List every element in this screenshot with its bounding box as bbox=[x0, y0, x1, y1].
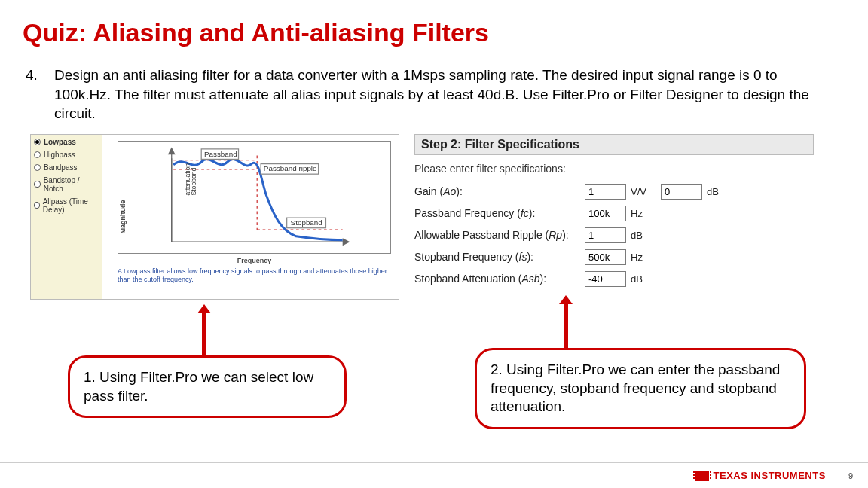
spec-prompt: Please enter filter specifications: bbox=[414, 163, 814, 175]
unit-label: dB bbox=[631, 273, 656, 285]
filter-option-highpass[interactable]: Highpass bbox=[34, 151, 99, 159]
svg-marker-3 bbox=[343, 238, 350, 246]
page-number: 9 bbox=[848, 471, 853, 480]
radio-icon bbox=[34, 164, 41, 171]
chart-xlabel: Frequency bbox=[118, 257, 391, 264]
arrow-icon bbox=[202, 312, 206, 355]
page-title: Quiz: Aliasing and Anti-aliasing Filters bbox=[0, 0, 868, 55]
filterpro-note: A Lowpass filter allows low frequency si… bbox=[118, 264, 391, 284]
filterpro-screenshot: Lowpass Highpass Bandpass Bandstop / Not… bbox=[30, 134, 399, 300]
stopband-label: Stopband bbox=[291, 218, 322, 227]
passband-label: Passband bbox=[204, 150, 237, 158]
filter-option-allpass[interactable]: Allpass (Time Delay) bbox=[34, 197, 99, 214]
unit-label: dB bbox=[707, 186, 732, 197]
filter-option-bandpass[interactable]: Bandpass bbox=[34, 163, 99, 172]
stopband-atten-input[interactable] bbox=[585, 271, 626, 287]
filter-option-lowpass[interactable]: Lowpass bbox=[34, 138, 99, 146]
radio-icon bbox=[34, 139, 41, 145]
spec-row-rp: Allowable Passband Ripple (Rp): dB bbox=[414, 227, 814, 243]
arrow-icon bbox=[564, 303, 568, 348]
filter-option-label: Bandstop / Notch bbox=[44, 176, 99, 193]
radio-icon bbox=[34, 181, 41, 188]
gain-db-input[interactable] bbox=[661, 184, 702, 200]
question-number: 4. bbox=[26, 66, 45, 124]
filter-response-chart: Magnitude Passband bbox=[107, 135, 399, 299]
unit-label: dB bbox=[631, 230, 656, 241]
question-text: Design an anti aliasing filter for a dat… bbox=[54, 66, 830, 124]
spec-label: Passband Frequency (fc): bbox=[414, 207, 580, 219]
spec-row-fs: Stopband Frequency (fs): Hz bbox=[414, 249, 814, 265]
ti-logo: TEXAS INSTRUMENTS bbox=[695, 470, 826, 481]
spec-label: Allowable Passband Ripple (Rp): bbox=[414, 229, 580, 241]
ripple-input[interactable] bbox=[585, 227, 626, 243]
stopband-atten-label2: attenuation bbox=[184, 163, 191, 196]
radio-icon bbox=[34, 202, 40, 209]
filter-option-label: Allpass (Time Delay) bbox=[43, 197, 99, 214]
stopband-freq-input[interactable] bbox=[585, 249, 626, 265]
unit-label: Hz bbox=[631, 208, 656, 219]
brand-text: TEXAS INSTRUMENTS bbox=[714, 470, 826, 481]
callout-2: 2. Using Filter.Pro we can enter the pas… bbox=[475, 348, 806, 429]
gain-input[interactable] bbox=[585, 184, 626, 200]
spec-row-fc: Passband Frequency (fc): Hz bbox=[414, 206, 814, 221]
lowpass-curve-svg: Passband Passband ripple Stopband attenu… bbox=[118, 141, 391, 254]
question-block: 4. Design an anti aliasing filter for a … bbox=[0, 55, 868, 134]
unit-label: V/V bbox=[631, 186, 656, 197]
spec-label: Gain (Ao): bbox=[414, 185, 580, 197]
filter-option-bandstop[interactable]: Bandstop / Notch bbox=[34, 176, 99, 193]
ti-chip-icon bbox=[695, 471, 709, 481]
spec-row-gain: Gain (Ao): V/V dB bbox=[414, 184, 814, 200]
spec-label: Stopband Attenuation (Asb): bbox=[414, 273, 580, 285]
filter-option-label: Bandpass bbox=[44, 163, 77, 172]
filter-option-label: Highpass bbox=[44, 151, 75, 159]
callout-1: 1. Using Filter.Pro we can select low pa… bbox=[68, 355, 347, 418]
chart-ylabel: Magnitude bbox=[119, 200, 127, 233]
slide-footer: TEXAS INSTRUMENTS 9 bbox=[0, 462, 868, 488]
spec-row-asb: Stopband Attenuation (Asb): dB bbox=[414, 271, 814, 287]
svg-marker-2 bbox=[168, 147, 176, 154]
filter-option-label: Lowpass bbox=[44, 138, 76, 146]
unit-label: Hz bbox=[631, 252, 656, 263]
step2-header: Step 2: Filter Specifications bbox=[414, 134, 814, 155]
ripple-label: Passband ripple bbox=[264, 164, 317, 172]
filter-type-list: Lowpass Highpass Bandpass Bandstop / Not… bbox=[31, 135, 102, 299]
spec-label: Stopband Frequency (fs): bbox=[414, 251, 580, 263]
radio-icon bbox=[34, 151, 41, 158]
passband-freq-input[interactable] bbox=[585, 206, 626, 221]
filter-spec-form: Step 2: Filter Specifications Please ent… bbox=[414, 134, 814, 300]
